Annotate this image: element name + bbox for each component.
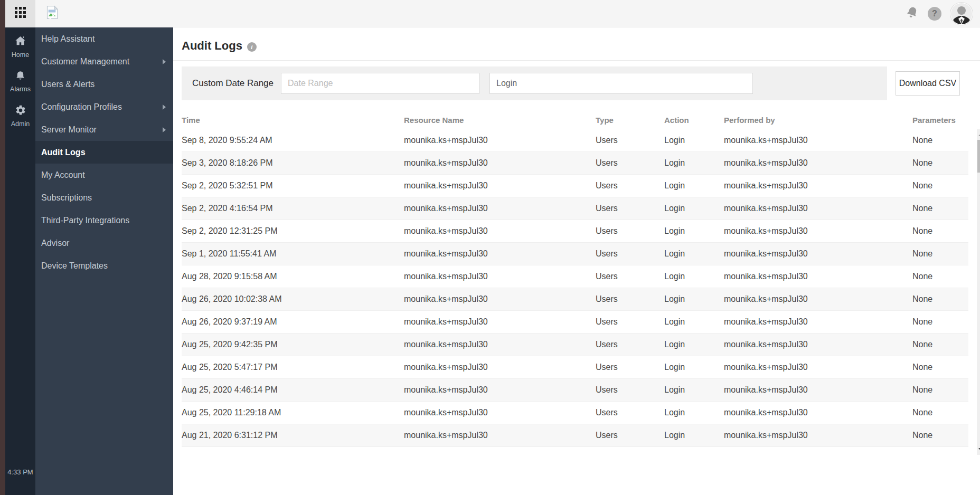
cell-action: Login	[664, 385, 724, 395]
table-row[interactable]: Aug 26, 2020 9:37:19 AM mounika.ks+mspJu…	[182, 311, 968, 334]
cell-action: Login	[664, 158, 724, 168]
column-header-time: Time	[182, 116, 404, 125]
table-row[interactable]: Aug 25, 2020 4:46:14 PM mounika.ks+mspJu…	[182, 379, 968, 402]
audit-log-table: Time Resource Name Type Action Performed…	[182, 111, 977, 447]
sidebar-item-label: Audit Logs	[41, 148, 163, 157]
cell-performed-by: mounika.ks+mspJul30	[724, 431, 912, 440]
cell-parameters: None	[912, 158, 968, 168]
sidebar-item[interactable]: Users & Alerts	[35, 73, 173, 96]
window-edge-strip	[0, 0, 5, 495]
cell-action: Login	[664, 431, 724, 440]
sidebar-item[interactable]: Configuration Profiles	[35, 96, 173, 118]
sidebar-item[interactable]: Help Assistant	[35, 27, 173, 50]
app-launcher-button[interactable]	[5, 0, 35, 27]
cell-action: Login	[664, 317, 724, 327]
user-avatar[interactable]	[950, 3, 973, 25]
rail-item-label: Home	[12, 51, 29, 59]
sidebar-item[interactable]: Customer Management	[35, 50, 173, 73]
table-scrollbar[interactable]	[977, 129, 980, 455]
cell-parameters: None	[912, 136, 968, 145]
cell-type: Users	[596, 385, 664, 395]
cell-time: Sep 2, 2020 12:31:25 PM	[182, 226, 404, 236]
cell-time: Aug 25, 2020 4:46:14 PM	[182, 385, 404, 395]
audit-function-input[interactable]	[489, 73, 753, 94]
cell-time: Aug 26, 2020 10:02:38 AM	[182, 294, 404, 304]
cell-performed-by: mounika.ks+mspJul30	[724, 204, 912, 213]
table-row[interactable]: Sep 3, 2020 8:18:26 PM mounika.ks+mspJul…	[182, 152, 968, 175]
cell-resource-name: mounika.ks+mspJul30	[404, 181, 596, 191]
table-row[interactable]: Sep 2, 2020 4:16:54 PM mounika.ks+mspJul…	[182, 197, 968, 220]
table-row[interactable]: Sep 2, 2020 12:31:25 PM mounika.ks+mspJu…	[182, 220, 968, 243]
date-range-input[interactable]	[281, 73, 479, 94]
sidebar-item[interactable]: Third-Party Integrations	[35, 209, 173, 232]
cell-performed-by: mounika.ks+mspJul30	[724, 294, 912, 304]
sidebar-item-label: Device Templates	[41, 261, 163, 271]
cell-action: Login	[664, 204, 724, 213]
table-row[interactable]: Aug 25, 2020 9:42:35 PM mounika.ks+mspJu…	[182, 334, 968, 356]
grid-icon	[15, 7, 26, 20]
gear-icon	[15, 104, 26, 118]
cell-performed-by: mounika.ks+mspJul30	[724, 136, 912, 145]
chevron-right-icon	[163, 59, 166, 64]
table-row[interactable]: Sep 2, 2020 5:32:51 PM mounika.ks+mspJul…	[182, 175, 968, 197]
sidebar-item[interactable]: Advisor	[35, 232, 173, 254]
table-row[interactable]: Sep 8, 2020 9:55:24 AM mounika.ks+mspJul…	[182, 129, 968, 152]
custom-date-range-label: Custom Date Range	[192, 78, 274, 89]
sidebar-item[interactable]: My Account	[35, 164, 173, 186]
filter-panel: Custom Date Range	[182, 66, 887, 100]
admin-sidebar: Help Assistant Customer Management Users…	[35, 27, 173, 495]
scroll-up-button[interactable]	[977, 130, 980, 139]
info-icon[interactable]: i	[247, 42, 257, 52]
cell-action: Login	[664, 249, 724, 259]
cell-performed-by: mounika.ks+mspJul30	[724, 363, 912, 372]
cell-parameters: None	[912, 249, 968, 259]
table-row[interactable]: Aug 26, 2020 10:02:38 AM mounika.ks+mspJ…	[182, 288, 968, 311]
rail-item-alarms[interactable]: Alarms	[10, 70, 31, 93]
scroll-down-button[interactable]	[977, 445, 980, 454]
sidebar-item-label: Subscriptions	[41, 193, 163, 203]
rail-item-admin[interactable]: Admin	[11, 104, 30, 128]
broken-image-icon	[45, 5, 59, 22]
rail-item-home[interactable]: Home	[12, 35, 29, 59]
chevron-right-icon	[163, 127, 166, 132]
cell-resource-name: mounika.ks+mspJul30	[404, 226, 596, 236]
sidebar-item-label: My Account	[41, 170, 163, 180]
cell-type: Users	[596, 431, 664, 440]
page-title: Audit Logs	[182, 39, 242, 53]
cell-resource-name: mounika.ks+mspJul30	[404, 158, 596, 168]
table-row[interactable]: Aug 28, 2020 9:15:58 AM mounika.ks+mspJu…	[182, 265, 968, 288]
cell-time: Sep 2, 2020 4:16:54 PM	[182, 204, 404, 213]
sidebar-item[interactable]: Subscriptions	[35, 186, 173, 209]
cell-type: Users	[596, 136, 664, 145]
cell-type: Users	[596, 181, 664, 191]
table-body: Sep 8, 2020 9:55:24 AM mounika.ks+mspJul…	[182, 129, 977, 447]
help-question-icon[interactable]: ?	[928, 7, 941, 21]
topbar: ?	[5, 0, 980, 27]
notifications-bell-icon[interactable]	[906, 6, 919, 21]
cell-resource-name: mounika.ks+mspJul30	[404, 385, 596, 395]
sidebar-item[interactable]: Audit Logs	[35, 141, 173, 164]
cell-parameters: None	[912, 340, 968, 349]
cell-time: Sep 2, 2020 5:32:51 PM	[182, 181, 404, 191]
cell-type: Users	[596, 363, 664, 372]
clock-time: 4:33 PM	[7, 468, 33, 476]
sidebar-item-label: Configuration Profiles	[41, 102, 163, 112]
table-row[interactable]: Sep 1, 2020 11:55:41 AM mounika.ks+mspJu…	[182, 243, 968, 265]
table-row[interactable]: Aug 25, 2020 5:47:17 PM mounika.ks+mspJu…	[182, 356, 968, 379]
cell-time: Aug 26, 2020 9:37:19 AM	[182, 317, 404, 327]
cell-parameters: None	[912, 272, 968, 281]
table-row[interactable]: Aug 25, 2020 11:29:18 AM mounika.ks+mspJ…	[182, 402, 968, 424]
table-row[interactable]: Aug 21, 2020 6:31:12 PM mounika.ks+mspJu…	[182, 424, 968, 447]
cell-resource-name: mounika.ks+mspJul30	[404, 408, 596, 417]
cell-resource-name: mounika.ks+mspJul30	[404, 317, 596, 327]
download-csv-button[interactable]: Download CSV	[896, 71, 960, 96]
cell-time: Aug 21, 2020 6:31:12 PM	[182, 431, 404, 440]
cell-time: Aug 28, 2020 9:15:58 AM	[182, 272, 404, 281]
sidebar-item[interactable]: Server Monitor	[35, 118, 173, 141]
cell-parameters: None	[912, 204, 968, 213]
cell-type: Users	[596, 204, 664, 213]
scroll-thumb[interactable]	[977, 140, 980, 173]
cell-parameters: None	[912, 226, 968, 236]
cell-action: Login	[664, 294, 724, 304]
sidebar-item[interactable]: Device Templates	[35, 254, 173, 277]
